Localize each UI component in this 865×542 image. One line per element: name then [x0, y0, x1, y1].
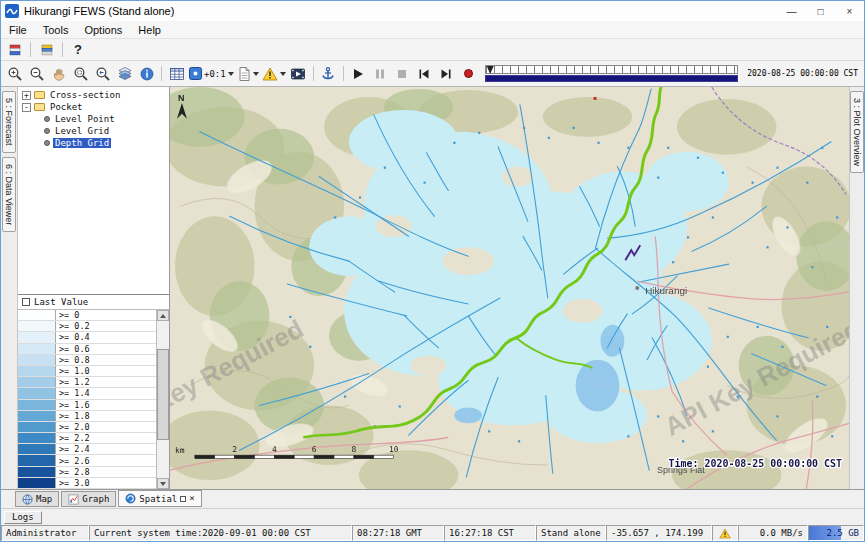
legend-label: >= 2.8 — [56, 467, 156, 477]
legend-swatch — [18, 478, 56, 488]
tab-graph[interactable]: Graph — [61, 491, 116, 507]
tree-item-level-grid[interactable]: Level Grid — [18, 125, 169, 137]
red-marker-icon — [594, 97, 597, 100]
menu-file[interactable]: File — [1, 24, 35, 36]
menu-bar: File Tools Options Help — [1, 21, 864, 39]
stop-button[interactable] — [392, 64, 413, 84]
legend-label: >= 2.6 — [56, 455, 156, 465]
folder-icon — [34, 103, 45, 111]
zoom-in-icon — [7, 66, 23, 82]
legend-swatch — [18, 388, 56, 398]
map-toolbar: +0:1 — [1, 61, 864, 87]
interval-selector[interactable]: +0:1 — [188, 64, 235, 84]
tab-data-viewer[interactable]: 6 : Data Viewer — [2, 157, 16, 232]
database-button[interactable] — [4, 40, 25, 60]
collapse-icon[interactable]: - — [22, 103, 31, 112]
play-button[interactable] — [348, 64, 369, 84]
help-button[interactable]: ? — [68, 42, 88, 57]
map-canvas[interactable]: API Key Required API Key Required Hikura… — [170, 87, 849, 489]
legend-label: >= 1.2 — [56, 377, 156, 387]
step-forward-button[interactable] — [436, 64, 457, 84]
grid-display-button[interactable] — [166, 64, 187, 84]
status-cst-time: 16:27:18 CST — [444, 525, 536, 541]
zoom-in-button[interactable] — [4, 64, 25, 84]
profile-tool-button[interactable] — [236, 64, 260, 84]
map-view[interactable]: API Key Required API Key Required Hikura… — [170, 87, 849, 489]
zoom-out-button[interactable] — [26, 64, 47, 84]
scroll-track[interactable] — [157, 321, 169, 478]
animation-button[interactable] — [288, 64, 309, 84]
timeline-ruler[interactable] — [485, 65, 739, 74]
legend-row: >= 2.2 — [18, 433, 156, 444]
pan-button[interactable] — [48, 64, 69, 84]
tree-item-depth-grid[interactable]: Depth Grid — [18, 137, 169, 149]
close-tab-icon[interactable]: × — [189, 494, 194, 503]
legend-row: >= 3.0 — [18, 478, 156, 489]
town-dot-icon — [635, 286, 639, 290]
tab-spatial[interactable]: Spatial × — [118, 490, 201, 507]
current-datetime: 2020-08-25 00:00:00 CST — [744, 69, 861, 78]
tab-plot-overview[interactable]: 3 : Plot Overview — [850, 91, 864, 173]
thresholds-button[interactable] — [261, 64, 287, 84]
menu-help[interactable]: Help — [130, 24, 169, 36]
legend-swatch — [18, 411, 56, 421]
menu-options[interactable]: Options — [76, 24, 130, 36]
expand-icon[interactable]: + — [22, 91, 31, 100]
export-button[interactable] — [318, 64, 339, 84]
timeline-slider[interactable] — [485, 65, 739, 82]
app-logo-icon — [5, 4, 19, 18]
scale-tick: 10 — [389, 445, 399, 454]
legend-label: >= 0.2 — [56, 321, 156, 331]
info-button[interactable] — [136, 64, 157, 84]
left-tab-strip: 5 : Forecast 6 : Data Viewer — [1, 87, 18, 489]
scale-tick: 6 — [312, 445, 317, 454]
legend-scrollbar[interactable] — [156, 310, 169, 489]
zoom-box-icon — [73, 66, 89, 82]
database-icon — [7, 42, 23, 58]
logs-button[interactable]: Logs — [4, 511, 42, 524]
status-warning[interactable] — [712, 525, 738, 541]
tree-item-level-point[interactable]: Level Point — [18, 113, 169, 125]
minimize-button[interactable]: — — [777, 1, 806, 21]
close-button[interactable]: × — [835, 1, 864, 21]
record-button[interactable] — [458, 64, 479, 84]
chevron-down-icon — [253, 72, 259, 76]
pause-button[interactable] — [370, 64, 391, 84]
tree-item-cross-section[interactable]: + Cross-section — [18, 89, 169, 101]
last-value-label: Last Value — [34, 297, 88, 307]
legend-label: >= 1.8 — [56, 411, 156, 421]
warning-triangle-icon — [262, 66, 278, 82]
tree-item-pocket[interactable]: - Pocket — [18, 101, 169, 113]
legend-label: >= 2.0 — [56, 422, 156, 432]
layers-button[interactable] — [114, 64, 135, 84]
legend-swatch — [18, 310, 56, 320]
record-icon — [464, 69, 473, 78]
tab-map[interactable]: Map — [15, 491, 59, 507]
menu-tools[interactable]: Tools — [35, 24, 77, 36]
step-back-button[interactable] — [414, 64, 435, 84]
status-download-rate: 0.0 MB/s — [738, 525, 808, 541]
tab-map-label: Map — [36, 494, 52, 504]
maximize-button[interactable]: □ — [806, 1, 835, 21]
tab-forecast[interactable]: 5 : Forecast — [2, 91, 16, 153]
timeline-cursor[interactable] — [487, 66, 494, 74]
zoom-box-button[interactable] — [70, 64, 91, 84]
archive-button[interactable] — [36, 40, 57, 60]
detach-tab-icon[interactable] — [180, 496, 186, 502]
legend-label: >= 0.8 — [56, 355, 156, 365]
legend-row: >= 0.2 — [18, 321, 156, 332]
scroll-thumb[interactable] — [157, 349, 169, 440]
legend-row: >= 1.2 — [18, 377, 156, 388]
legend-swatch — [18, 377, 56, 387]
scroll-down-button[interactable] — [157, 478, 169, 489]
scroll-up-button[interactable] — [157, 310, 169, 321]
warning-icon — [719, 528, 731, 539]
main-region: 5 : Forecast 6 : Data Viewer + Cross-sec… — [1, 87, 864, 489]
zoom-previous-button[interactable] — [92, 64, 113, 84]
place-label-hikurangi: Hikurangi — [645, 285, 687, 296]
interval-icon — [189, 67, 202, 80]
legend-row: >= 1.0 — [18, 366, 156, 377]
status-gmt-time: 08:27:18 GMT — [352, 525, 444, 541]
tab-graph-label: Graph — [82, 494, 109, 504]
last-value-checkbox[interactable] — [22, 298, 30, 306]
